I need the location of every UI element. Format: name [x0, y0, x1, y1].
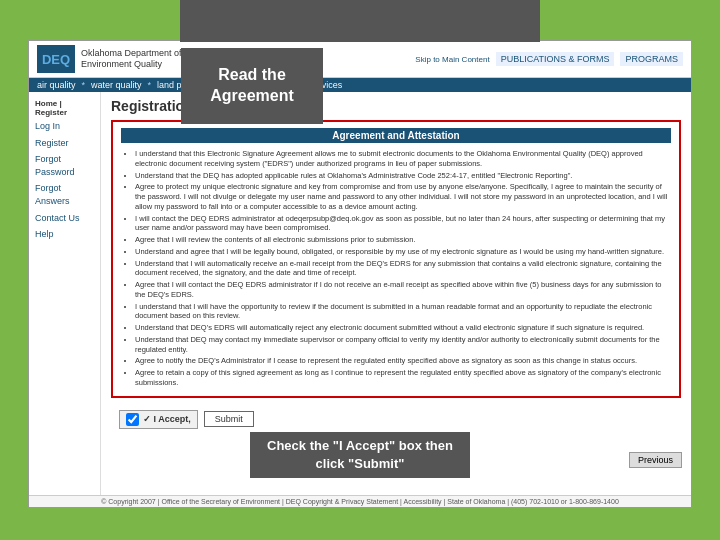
page-footer: © Copyright 2007 | Office of the Secreta… — [29, 495, 691, 507]
list-item: Understand that I will automatically rec… — [135, 259, 671, 279]
accept-checkbox[interactable] — [126, 413, 139, 426]
callout-read-label: Read the Agreement — [181, 65, 323, 107]
skip-link[interactable]: Skip to Main Content — [415, 55, 489, 64]
breadcrumb-bar: air quality * water quality * land prote… — [29, 78, 691, 92]
list-item: Understand that DEQ's EDRS will automati… — [135, 323, 671, 333]
sidebar-item-help[interactable]: Help — [29, 226, 100, 243]
sidebar-item-login[interactable]: Log In — [29, 118, 100, 135]
sidebar-item-contact-us[interactable]: Contact Us — [29, 210, 100, 227]
breadcrumb-air-quality[interactable]: air quality — [37, 80, 76, 90]
agreement-title: Agreement and Attestation — [121, 128, 671, 143]
list-item: Agree that I will contact the DEQ EDRS a… — [135, 280, 671, 300]
accept-checkbox-label[interactable]: ✓ I Accept, — [119, 410, 198, 429]
sidebar-home-register: Home | Register — [29, 96, 100, 118]
submit-button[interactable]: Submit — [204, 411, 254, 427]
sidebar-item-forgot-password[interactable]: Forgot Password — [29, 151, 100, 180]
list-item: Understand and agree that I will be lega… — [135, 247, 671, 257]
callout-bottom-label: Check the "I Accept" box then click "Sub… — [267, 438, 453, 471]
list-item: Agree to retain a copy of this signed ag… — [135, 368, 671, 388]
list-item: Agree that I will review the contents of… — [135, 235, 671, 245]
deq-logo: DEQ — [37, 45, 75, 73]
main-content: Registration Agreement and Attestation I… — [101, 92, 691, 472]
list-item: Agree to protect my unique electronic si… — [135, 182, 671, 211]
deq-logo-text: DEQ — [42, 52, 70, 67]
sidebar-item-forgot-answers[interactable]: Forgot Answers — [29, 180, 100, 209]
callout-read-agreement: Read the Agreement — [181, 48, 323, 124]
deq-nav-links: Skip to Main Content PUBLICATIONS & FORM… — [415, 52, 683, 66]
deq-header: DEQ Oklahoma Department of Environment Q… — [29, 41, 691, 78]
accept-area: ✓ I Accept, Submit — [111, 406, 681, 433]
breadcrumb-water-quality[interactable]: water quality — [91, 80, 142, 90]
programs-link[interactable]: PROGRAMS — [620, 52, 683, 66]
list-item: I will contact the DEQ EDRS administrato… — [135, 214, 671, 234]
sidebar-item-register[interactable]: Register — [29, 135, 100, 152]
previous-button[interactable]: Previous — [629, 452, 682, 468]
list-item: I understand that I will have the opport… — [135, 302, 671, 322]
list-item: Understand that DEQ may contact my immed… — [135, 335, 671, 355]
list-item: I understand that this Electronic Signat… — [135, 149, 671, 169]
list-item: Understand that the DEQ has adopted appl… — [135, 171, 671, 181]
accept-label-text: ✓ I Accept, — [143, 414, 191, 424]
publications-forms-link[interactable]: PUBLICATIONS & FORMS — [496, 52, 615, 66]
list-item: Agree to notify the DEQ's Administrator … — [135, 356, 671, 366]
agreement-list: I understand that this Electronic Signat… — [121, 149, 671, 388]
slide-top-bar — [180, 0, 540, 42]
agreement-box: Agreement and Attestation I understand t… — [111, 120, 681, 398]
callout-bottom: Check the "I Accept" box then click "Sub… — [250, 432, 470, 478]
sidebar: Home | Register Log In Register Forgot P… — [29, 92, 101, 495]
slide-container: Read the Agreement DEQ Oklahoma Departme… — [0, 0, 720, 540]
